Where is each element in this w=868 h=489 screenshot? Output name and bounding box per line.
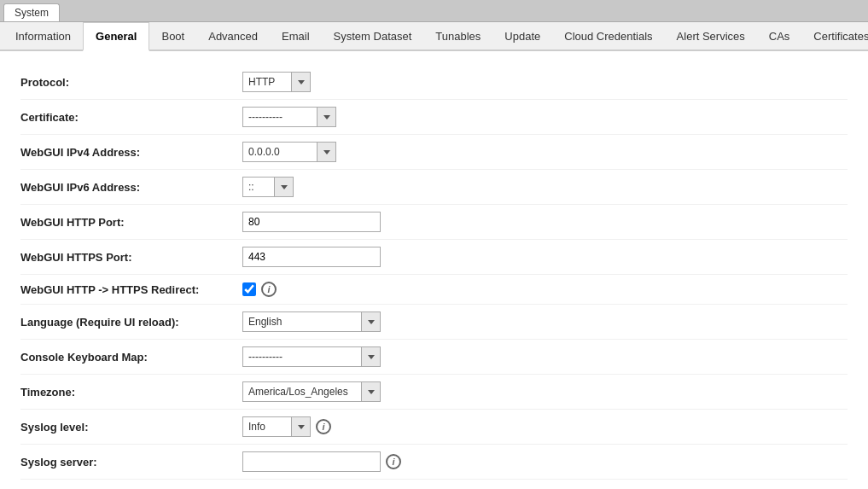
- language-row: Language (Require UI reload): English: [20, 305, 848, 340]
- language-dropdown-btn[interactable]: [361, 312, 380, 331]
- nav-item-general[interactable]: General: [83, 22, 149, 51]
- ipv4-dropdown[interactable]: 0.0.0.0: [242, 142, 336, 162]
- protocol-dropdown[interactable]: HTTP: [242, 72, 311, 92]
- redirect-checkbox[interactable]: [242, 282, 256, 296]
- https-port-input[interactable]: [242, 247, 381, 267]
- nav-item-email[interactable]: Email: [270, 23, 322, 49]
- https-port-label: WebGUI HTTPS Port:: [20, 251, 242, 264]
- main-content: Protocol: HTTP Certificate: ---------- W…: [0, 51, 868, 489]
- protocol-label: Protocol:: [20, 76, 242, 89]
- language-label: Language (Require UI reload):: [20, 316, 242, 329]
- redirect-info-icon[interactable]: i: [261, 282, 277, 297]
- syslog-server-row: Syslog server: i: [20, 445, 848, 480]
- nav-bar: Information General Boot Advanced Email …: [0, 22, 868, 51]
- ipv6-dropdown[interactable]: ::: [242, 177, 294, 197]
- keyboard-label: Console Keyboard Map:: [20, 351, 242, 364]
- syslog-server-control: i: [242, 451, 401, 472]
- chevron-down-icon: [298, 80, 305, 84]
- redirect-row: WebGUI HTTP -> HTTPS Redirect: i: [20, 275, 848, 305]
- syslog-level-control: Info i: [242, 416, 331, 437]
- protocol-control: HTTP: [242, 72, 311, 92]
- keyboard-dropdown-btn[interactable]: [361, 347, 380, 366]
- ipv6-label: WebGUI IPv6 Address:: [20, 181, 242, 194]
- chevron-down-icon: [298, 425, 305, 429]
- ipv6-control: ::: [242, 177, 294, 197]
- nav-item-advanced[interactable]: Advanced: [196, 23, 270, 49]
- syslog-level-dropdown-btn[interactable]: [291, 417, 310, 436]
- language-dropdown[interactable]: English: [242, 311, 381, 332]
- syslog-server-input[interactable]: [242, 451, 381, 472]
- http-port-label: WebGUI HTTP Port:: [20, 216, 242, 229]
- certificate-dropdown[interactable]: ----------: [242, 107, 336, 127]
- http-port-control: [242, 212, 381, 232]
- system-tab-row: System: [0, 0, 868, 22]
- ipv6-row: WebGUI IPv6 Address: ::: [20, 170, 848, 205]
- chevron-down-icon: [323, 115, 330, 119]
- ipv4-row: WebGUI IPv4 Address: 0.0.0.0: [20, 135, 848, 170]
- chevron-down-icon: [281, 185, 288, 189]
- chevron-down-icon: [368, 390, 375, 394]
- nav-item-alert-services[interactable]: Alert Services: [665, 23, 757, 49]
- keyboard-row: Console Keyboard Map: ----------: [20, 340, 848, 375]
- certificate-row: Certificate: ----------: [20, 100, 848, 135]
- ipv4-label: WebGUI IPv4 Address:: [20, 146, 242, 159]
- nav-item-certificates[interactable]: Certificates: [801, 23, 868, 49]
- system-tab[interactable]: System: [3, 3, 60, 21]
- nav-item-tunables[interactable]: Tunables: [423, 23, 492, 49]
- certificate-label: Certificate:: [20, 111, 242, 124]
- redirect-control: i: [242, 282, 277, 297]
- timezone-control: America/Los_Angeles: [242, 381, 381, 402]
- nav-item-cloud-credentials[interactable]: Cloud Credentials: [552, 23, 664, 49]
- syslog-server-label: Syslog server:: [20, 456, 242, 469]
- http-port-row: WebGUI HTTP Port:: [20, 205, 848, 240]
- https-port-row: WebGUI HTTPS Port:: [20, 240, 848, 275]
- syslog-server-info-icon[interactable]: i: [386, 454, 401, 469]
- syslog-level-info-icon[interactable]: i: [316, 419, 331, 434]
- syslog-level-row: Syslog level: Info i: [20, 410, 848, 445]
- timezone-label: Timezone:: [20, 386, 242, 399]
- ipv4-control: 0.0.0.0: [242, 142, 336, 162]
- nav-item-update[interactable]: Update: [492, 23, 552, 49]
- syslog-level-dropdown[interactable]: Info: [242, 416, 311, 437]
- redirect-label: WebGUI HTTP -> HTTPS Redirect:: [20, 283, 242, 296]
- https-port-control: [242, 247, 381, 267]
- timezone-dropdown-btn[interactable]: [361, 382, 380, 401]
- certificate-control: ----------: [242, 107, 336, 127]
- http-port-input[interactable]: [242, 212, 381, 232]
- keyboard-dropdown[interactable]: ----------: [242, 346, 381, 367]
- protocol-row: Protocol: HTTP: [20, 65, 848, 100]
- nav-item-system-dataset[interactable]: System Dataset: [322, 23, 424, 49]
- certificate-dropdown-btn[interactable]: [317, 108, 335, 126]
- nav-item-cas[interactable]: CAs: [757, 23, 802, 49]
- chevron-down-icon: [368, 320, 375, 324]
- chevron-down-icon: [368, 355, 375, 359]
- keyboard-control: ----------: [242, 346, 381, 367]
- protocol-dropdown-btn[interactable]: [291, 73, 310, 91]
- timezone-dropdown[interactable]: America/Los_Angeles: [242, 381, 381, 402]
- nav-item-boot[interactable]: Boot: [149, 23, 196, 49]
- timezone-row: Timezone: America/Los_Angeles: [20, 375, 848, 410]
- chevron-down-icon: [323, 150, 330, 154]
- ipv6-dropdown-btn[interactable]: [274, 178, 293, 196]
- syslog-level-label: Syslog level:: [20, 421, 242, 434]
- ipv4-dropdown-btn[interactable]: [317, 143, 335, 161]
- nav-item-information[interactable]: Information: [3, 23, 83, 49]
- language-control: English: [242, 311, 381, 332]
